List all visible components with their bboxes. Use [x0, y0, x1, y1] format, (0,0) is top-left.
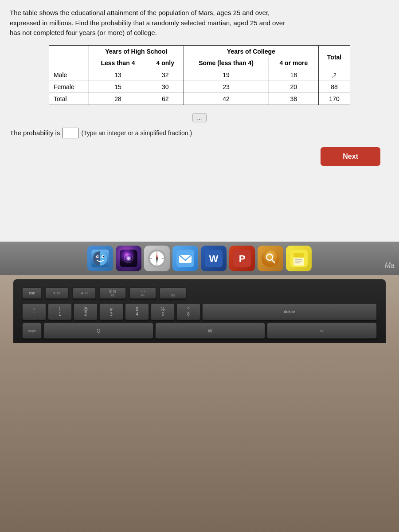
col2-header: 4 only	[147, 57, 184, 69]
data-table: Years of High School Years of College To…	[49, 45, 350, 105]
key-1[interactable]: ! 1	[48, 303, 72, 320]
row2-label: Female	[49, 81, 89, 93]
svg-rect-30	[293, 253, 304, 258]
dock-icon-notes[interactable]	[286, 246, 312, 271]
question-line1: The table shows the educational attainme…	[10, 9, 270, 16]
keyboard: esc ✦ F1 ✦ F2 ⊞⊞ F3	[13, 279, 386, 343]
row3-col4: 38	[269, 93, 319, 105]
next-button[interactable]: Next	[321, 147, 380, 166]
compass-icon	[148, 250, 166, 267]
key-2[interactable]: @ 2	[74, 303, 98, 320]
svg-text:P: P	[239, 253, 246, 264]
key-delete[interactable]: delete	[202, 303, 377, 320]
question-text: The table shows the educational attainme…	[10, 8, 389, 38]
table-row-total: Total 28 62 42 38 170	[49, 93, 350, 105]
collapse-button[interactable]: ...	[192, 113, 207, 122]
mac-label: Ma	[385, 262, 395, 270]
key-w[interactable]: W	[155, 323, 265, 339]
notes-icon	[290, 250, 308, 267]
col1-header: Less than 4	[89, 57, 147, 69]
row1-col4: 18	[269, 69, 319, 81]
table-row-male: Male 13 32 19 18 ‚2	[49, 69, 350, 81]
data-table-wrapper: Years of High School Years of College To…	[49, 45, 350, 105]
svg-point-14	[156, 258, 158, 259]
col3-header: Some (less than 4)	[184, 57, 269, 69]
row3-col5: 170	[319, 93, 350, 105]
dock-icon-siri[interactable]	[116, 246, 141, 271]
probability-label: The probability is	[10, 129, 60, 137]
spotlight-icon	[262, 250, 279, 267]
dock-icon-finder[interactable]	[87, 246, 113, 271]
key-brightness-up[interactable]: ✦ F2	[73, 287, 96, 299]
probability-hint: (Type an integer or a simplified fractio…	[81, 129, 192, 137]
dock: W P	[0, 242, 399, 275]
key-mission-control[interactable]: ⊞⊞ F3	[99, 287, 126, 299]
table-row-female: Female 15 30 23 20 88	[49, 81, 350, 93]
question-line3: has not completed four years (or more) o…	[10, 29, 157, 36]
content-area: The table shows the educational attainme…	[0, 0, 399, 242]
key-6[interactable]: ^ 6	[176, 303, 200, 320]
col-group1-header: Years of High School	[89, 45, 184, 57]
dock-icon-compass[interactable]	[144, 246, 170, 271]
row1-col1: 13	[89, 69, 147, 81]
dock-icon-spotlight[interactable]	[258, 246, 283, 271]
row3-label: Total	[49, 93, 89, 105]
key-launchpad[interactable]: ⋯ F4	[129, 287, 156, 299]
screen: The table shows the educational attainme…	[0, 0, 399, 262]
key-tilde[interactable]: ~ `	[22, 303, 46, 320]
mail-icon	[176, 250, 194, 267]
row3-col1: 28	[89, 93, 147, 105]
probability-row: The probability is (Type an integer or a…	[10, 128, 389, 138]
svg-text:W: W	[209, 253, 219, 264]
word-icon: W	[205, 250, 223, 267]
powerpoint-icon: P	[233, 250, 251, 267]
row1-col2: 32	[147, 69, 184, 81]
col-group2-header: Years of College	[184, 45, 319, 57]
row1-col3: 19	[184, 69, 269, 81]
row1-label: Male	[49, 69, 89, 81]
siri-icon	[120, 250, 137, 267]
row2-col3: 23	[184, 81, 269, 93]
dock-icon-mail[interactable]	[172, 246, 198, 271]
number-key-row: ~ ` ! 1 @ 2 # 3 $ 4 % 5	[22, 303, 377, 320]
key-3[interactable]: # 3	[99, 303, 123, 320]
col4-header: 4 or more	[269, 57, 319, 69]
key-brightness-down[interactable]: ✦ F1	[45, 287, 68, 299]
question-line2: expressed in millions. Find the probabil…	[10, 19, 285, 27]
next-button-container: Next	[10, 147, 389, 166]
svg-point-4	[98, 256, 99, 257]
total-header: Total	[319, 45, 350, 69]
svg-point-25	[262, 250, 279, 267]
collapse-area: ...	[10, 113, 389, 122]
svg-point-5	[103, 256, 104, 257]
keyboard-area: esc ✦ F1 ✦ F2 ⊞⊞ F3	[0, 275, 399, 532]
row2-col5: 88	[319, 81, 350, 93]
key-illumination-down[interactable]: ··· F5	[160, 287, 186, 299]
key-capslock[interactable]: caps	[22, 323, 42, 339]
row1-col5: ‚2	[319, 69, 350, 81]
fn-key-row: esc ✦ F1 ✦ F2 ⊞⊞ F3	[22, 287, 377, 299]
key-q[interactable]: Q	[43, 323, 153, 339]
svg-point-9	[127, 257, 130, 260]
key-4[interactable]: $ 4	[125, 303, 149, 320]
row2-col2: 30	[147, 81, 184, 93]
bottom-key-row: caps Q W W	[22, 323, 377, 339]
dock-icon-word[interactable]: W	[201, 246, 227, 271]
key-esc[interactable]: esc	[22, 287, 42, 299]
key-w-label: W	[267, 323, 377, 339]
row3-col3: 42	[184, 93, 269, 105]
row2-col1: 15	[89, 81, 147, 93]
answer-input[interactable]	[63, 128, 78, 138]
finder-icon	[91, 250, 109, 267]
key-5[interactable]: % 5	[151, 303, 175, 320]
row2-col4: 20	[269, 81, 319, 93]
row3-col2: 62	[147, 93, 184, 105]
dock-icon-powerpoint[interactable]: P	[229, 246, 255, 271]
